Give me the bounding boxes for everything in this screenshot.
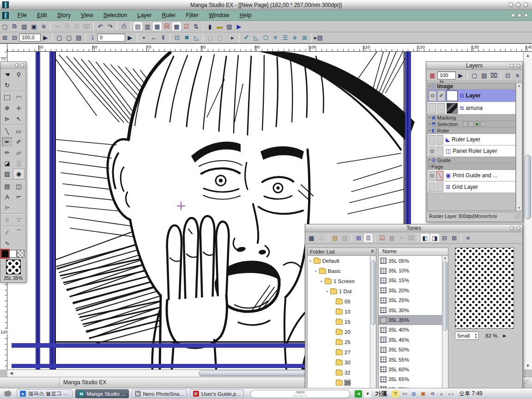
draw-aid-poly-button[interactable]: ⬠ (261, 33, 271, 42)
tone-item[interactable]: 35L 05% (379, 256, 442, 266)
selection-mini-button[interactable] (481, 121, 486, 127)
eye-toggle[interactable]: ⊙ (429, 91, 436, 101)
menu-edit[interactable]: Edit (32, 10, 52, 21)
pencil-tool-icon[interactable]: ✐ (13, 137, 24, 147)
fill-tool-icon[interactable]: ◪ (1, 158, 13, 169)
nero-search-box[interactable]: nero SEARCH (250, 390, 350, 398)
opacity-menu-arrow[interactable]: ▶ (456, 71, 466, 80)
toolbar-handle[interactable]: ▸▤ (314, 33, 323, 42)
layer-row-ruler-layer[interactable]: ◣Ruler Layer (428, 134, 515, 145)
folder-row-05[interactable]: 05 (308, 296, 370, 307)
folder-scrollbar[interactable] (370, 256, 376, 397)
scroll-down-arrow[interactable]: ▼ (524, 363, 532, 369)
close-button[interactable] (523, 2, 528, 7)
layer-thumbnail[interactable] (447, 103, 458, 114)
folder-row-32[interactable]: 32 (308, 368, 370, 378)
stamp-tone-button[interactable]: ♨ (316, 233, 326, 242)
menu-window[interactable]: Window (204, 10, 234, 21)
zoom-in-button[interactable]: ⊟ (10, 33, 19, 42)
marker-tool-icon[interactable]: ✏ (1, 147, 13, 158)
layer-row-panel-ruler-layer[interactable]: ⊙◫Panel Ruler Layer (428, 145, 515, 157)
nero-tray-icon[interactable]: ▣ (419, 390, 427, 398)
layers-minimize-button[interactable] (510, 64, 514, 68)
airbrush-tool-icon[interactable]: ░ (13, 158, 24, 169)
copy-button[interactable]: ⎘ (62, 22, 72, 31)
text-tool-icon[interactable]: A (1, 192, 13, 202)
layers-menu-button[interactable]: ≡ (513, 71, 522, 80)
tone-item[interactable]: 35L 55% (379, 355, 442, 364)
curve-ruler-tool-icon[interactable]: ∿ (1, 238, 13, 248)
print-button[interactable]: ⎙ (119, 22, 129, 31)
no-print-toggle[interactable]: ╲ (436, 171, 443, 181)
compare-button[interactable]: ▢ (206, 33, 215, 42)
layer-section-image[interactable]: ▾▢Image (428, 83, 515, 90)
draw-toggle[interactable] (436, 182, 443, 192)
layer-row-layer[interactable]: ⊙✐⧉Layer (428, 90, 515, 102)
layers-scroll-down[interactable]: ▼ (516, 206, 522, 210)
resize-grip[interactable] (524, 379, 530, 386)
pattern-brush-tool-icon[interactable]: ∵ (13, 215, 24, 225)
redo-button[interactable]: ↷ (105, 22, 115, 31)
tone-item[interactable]: 35L 10% (379, 266, 442, 275)
ruler-pen-tool-icon[interactable]: ∕ (1, 227, 13, 238)
draw-aid-lines-button[interactable]: ☰ (280, 33, 290, 42)
page-number-field[interactable]: 0 (97, 34, 125, 42)
menu-story[interactable]: Story (52, 10, 76, 21)
start-button[interactable] (0, 388, 14, 399)
gradient-tool-icon[interactable]: ▨ (1, 169, 13, 179)
taskbar-button[interactable]: PUser's Guide,p... (190, 389, 244, 398)
draw-toggle[interactable]: ✐ (437, 91, 445, 101)
magic-wand-tool-icon[interactable]: ✲ (1, 103, 13, 114)
find-button[interactable]: ▨ (224, 22, 234, 31)
layer-section-guide[interactable]: ▾▨Guide (428, 157, 515, 163)
tone-list-scrollbar[interactable]: ▲ (442, 256, 448, 397)
draw-toggle[interactable] (436, 135, 443, 145)
eye-toggle[interactable] (429, 103, 436, 114)
folder-row-35[interactable]: 35 (308, 378, 370, 388)
tones-close-button[interactable] (516, 226, 520, 230)
eye-toggle[interactable]: ⊙ (429, 146, 435, 156)
materials-button[interactable]: ▬ (215, 22, 224, 31)
actual-size-button[interactable]: ▪ (139, 33, 149, 42)
navigator-toggle[interactable]: 回 (162, 22, 172, 31)
frame-cut-tool-icon[interactable]: ◫ (13, 181, 24, 192)
tone-scroll-thumb[interactable] (443, 261, 447, 331)
layer-section-page[interactable]: ▾Page (428, 163, 515, 170)
page-list-button[interactable]: ▤ (74, 33, 84, 42)
delete-button[interactable]: ⌧ (82, 22, 91, 31)
snap-shape-button[interactable]: ◺ (192, 33, 201, 42)
open-button[interactable]: ▧ (19, 22, 29, 31)
tones-menu-button[interactable]: ≡ (463, 233, 473, 242)
tone-item[interactable]: 35L 35% (379, 315, 442, 325)
actions-button[interactable]: ▶ (234, 22, 244, 31)
menu-layer[interactable]: Layer (132, 10, 157, 21)
move-tool-icon[interactable]: ✛ (13, 103, 24, 114)
tone-name-header[interactable]: Name (379, 248, 448, 256)
zoom-tool-icon[interactable]: ⚲ (13, 69, 24, 80)
draw-toggle[interactable] (436, 146, 443, 156)
snap-center-button[interactable]: ✖ (182, 33, 192, 42)
taskbar-button[interactable]: NNero PhotoSna... (132, 389, 187, 398)
new-tone-button[interactable]: ✧ (397, 233, 406, 242)
transparent-color-swatch[interactable] (17, 250, 24, 258)
fit-width-button[interactable]: ↔ (149, 33, 158, 42)
doc-minimize-button[interactable] (511, 13, 515, 18)
tones-panel-titlebar[interactable]: Tones (305, 224, 522, 232)
hand-tool-icon[interactable]: ☚ (1, 69, 13, 80)
eye-toggle[interactable] (429, 135, 435, 145)
history-button[interactable]: ▮ (205, 22, 215, 31)
next-page-button[interactable]: ▢ (64, 33, 74, 42)
doc-restore-button[interactable] (518, 13, 522, 18)
eraser-tool-icon[interactable]: ▱ (13, 147, 24, 158)
section-collapse-icon[interactable]: ▾ (429, 164, 430, 169)
minimize-button[interactable] (508, 2, 514, 7)
selection-mini-button[interactable] (463, 121, 468, 127)
menu-help[interactable]: Help (235, 10, 257, 21)
taskbar-button[interactable]: e엠파스 블로그 -... (17, 389, 73, 398)
save-all-button[interactable]: ⧈ (39, 22, 48, 31)
tone-item[interactable]: 35L 45% (379, 335, 442, 345)
folder-row-1-dot[interactable]: ▾1 Dot (308, 286, 370, 296)
folder-row-27[interactable]: 27 (308, 347, 370, 357)
preview-size-select[interactable]: Small ▲▼ (455, 332, 479, 340)
properties-toggle[interactable]: ☑ (181, 22, 191, 31)
